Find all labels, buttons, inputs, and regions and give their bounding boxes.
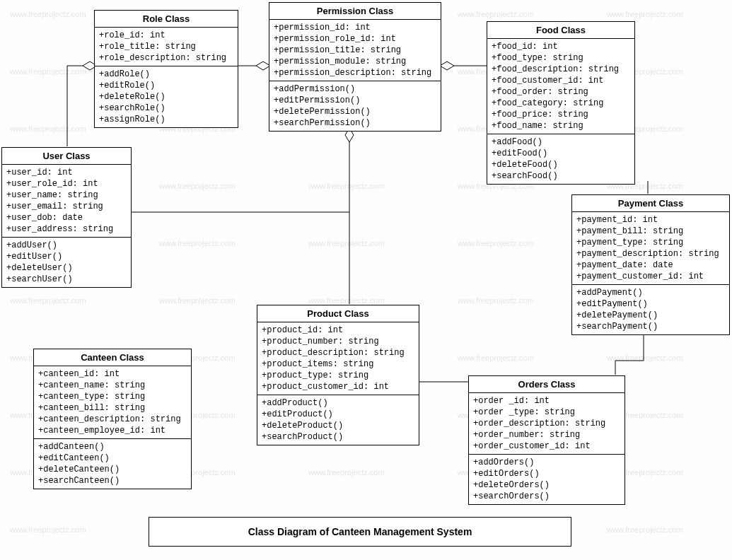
- class-user-ops: +addUser()+editUser()+deleteUser()+searc…: [2, 238, 131, 287]
- class-permission-title: Permission Class: [269, 3, 441, 20]
- class-food-title: Food Class: [487, 22, 634, 39]
- svg-marker-5: [440, 62, 454, 70]
- class-payment-attrs: +payment_id: int+payment_bill: string+pa…: [572, 212, 729, 285]
- class-payment: Payment Class +payment_id: int+payment_b…: [571, 194, 730, 335]
- class-product-attrs: +product_id: int+product_number: string+…: [257, 322, 419, 395]
- watermark: www.freeprojectz.com: [308, 239, 385, 247]
- watermark: www.freeprojectz.com: [10, 124, 86, 133]
- class-orders-title: Orders Class: [469, 376, 624, 393]
- class-product: Product Class +product_id: int+product_n…: [257, 305, 419, 445]
- class-canteen: Canteen Class +canteen_id: int+canteen_n…: [33, 349, 192, 489]
- class-product-title: Product Class: [257, 305, 419, 322]
- watermark: www.freeprojectz.com: [308, 296, 385, 305]
- class-role-attrs: +role_id: int+role_title: string+role_de…: [95, 28, 238, 66]
- watermark: www.freeprojectz.com: [159, 296, 236, 305]
- class-food-attrs: +food_id: int+food_type: string+food_des…: [487, 39, 634, 134]
- class-user-attrs: +user_id: int+user_role_id: int+user_nam…: [2, 165, 131, 238]
- class-permission-attrs: +permission_id: int+permission_role_id: …: [269, 20, 441, 81]
- class-role-title: Role Class: [95, 11, 238, 28]
- watermark: www.freeprojectz.com: [10, 67, 86, 76]
- class-payment-ops: +addPayment()+editPayment()+deletePaymen…: [572, 285, 729, 334]
- diagram-title: Class Diagram of Canteen Management Syst…: [149, 517, 571, 547]
- watermark: www.freeprojectz.com: [159, 182, 236, 190]
- class-role: Role Class +role_id: int+role_title: str…: [94, 10, 238, 128]
- class-permission: Permission Class +permission_id: int+per…: [269, 2, 441, 132]
- class-role-ops: +addRole()+editRole()+deleteRole()+searc…: [95, 66, 238, 127]
- class-food-ops: +addFood()+editFood()+deleteFood()+searc…: [487, 134, 634, 184]
- watermark: www.freeprojectz.com: [458, 354, 534, 362]
- watermark: www.freeprojectz.com: [607, 10, 683, 18]
- watermark: www.freeprojectz.com: [10, 296, 86, 305]
- watermark: www.freeprojectz.com: [607, 525, 683, 534]
- class-product-ops: +addProduct()+editProduct()+deleteProduc…: [257, 395, 419, 445]
- class-orders-ops: +addOrders()+editOrders()+deleteOrders()…: [469, 455, 624, 504]
- class-orders-attrs: +order _id: int+order _type: string+orde…: [469, 393, 624, 455]
- watermark: www.freeprojectz.com: [607, 354, 683, 362]
- watermark: www.freeprojectz.com: [159, 239, 236, 247]
- class-canteen-title: Canteen Class: [34, 349, 191, 366]
- class-user-title: User Class: [2, 148, 131, 165]
- watermark: www.freeprojectz.com: [10, 525, 86, 534]
- class-food: Food Class +food_id: int+food_type: stri…: [487, 21, 635, 185]
- class-canteen-attrs: +canteen_id: int+canteen_name: string+ca…: [34, 366, 191, 439]
- watermark: www.freeprojectz.com: [10, 10, 86, 18]
- watermark: www.freeprojectz.com: [458, 239, 534, 247]
- class-user: User Class +user_id: int+user_role_id: i…: [1, 147, 132, 288]
- class-orders: Orders Class +order _id: int+order _type…: [468, 375, 625, 505]
- svg-marker-4: [256, 62, 270, 70]
- watermark: www.freeprojectz.com: [308, 182, 385, 190]
- class-payment-title: Payment Class: [572, 195, 729, 212]
- class-permission-ops: +addPermission()+editPermission()+delete…: [269, 81, 441, 131]
- class-canteen-ops: +addCanteen()+editCanteen()+deleteCantee…: [34, 439, 191, 489]
- watermark: www.freeprojectz.com: [308, 468, 385, 477]
- watermark: www.freeprojectz.com: [458, 296, 534, 305]
- watermark: www.freeprojectz.com: [458, 10, 534, 18]
